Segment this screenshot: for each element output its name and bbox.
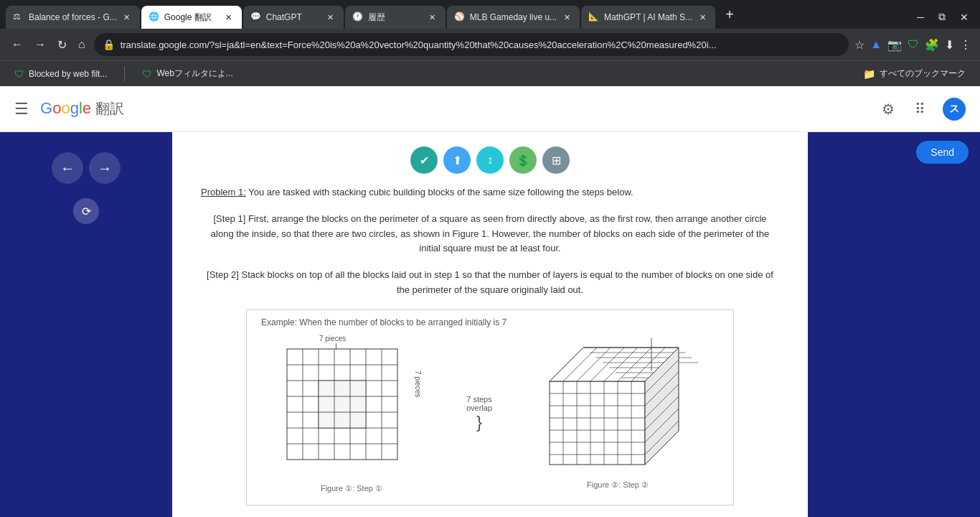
fig1-caption: Figure ①: Step ① bbox=[280, 484, 423, 493]
figure1-diagram: 7 pieces 7 pieces bbox=[280, 335, 423, 478]
logo-letter-o1: o bbox=[52, 99, 61, 117]
icon-circle-2[interactable]: ⬆ bbox=[443, 146, 471, 174]
home-button[interactable]: ⌂ bbox=[75, 35, 88, 54]
reload-button[interactable]: ↻ bbox=[55, 35, 70, 55]
left-sidebar: ← → ⟳ bbox=[0, 132, 172, 517]
tab-favicon-4: 🕐 bbox=[352, 11, 364, 23]
pieces-label: 7 pieces bbox=[319, 335, 346, 343]
tab-close-2[interactable]: ✕ bbox=[223, 11, 235, 23]
figure2-3d-svg bbox=[535, 338, 700, 475]
tab-title-2: Google 翻訳 bbox=[164, 11, 219, 24]
window-controls: ─ ⧉ ✕ bbox=[911, 8, 974, 29]
bookmark-web-filter-jp[interactable]: 🛡 Webフィルタによ... bbox=[136, 65, 238, 83]
google-translate-logo[interactable]: Google 翻訳 bbox=[40, 99, 124, 118]
bookmark-label-1: Blocked by web filt... bbox=[29, 69, 107, 79]
apps-grid-icon[interactable]: ⠿ bbox=[915, 101, 925, 118]
back-button[interactable]: ← bbox=[9, 35, 26, 54]
example-title: Example: When the number of blocks to be… bbox=[261, 317, 719, 327]
tab-close-3[interactable]: ✕ bbox=[325, 11, 336, 23]
figures-row: 7 pieces 7 pieces bbox=[261, 335, 719, 493]
tab-bar: ⚖ Balance of forces - G... ✕ 🌐 Google 翻訳… bbox=[0, 0, 980, 29]
shield-bookmark-icon-2: 🛡 bbox=[142, 68, 152, 80]
step1-text: [Step 1] First, arrange the blocks on th… bbox=[201, 212, 779, 256]
logo-letter-o2: o bbox=[61, 99, 70, 117]
new-tab-button[interactable]: + bbox=[720, 4, 740, 24]
tab-title-5: MLB Gameday live u... bbox=[470, 12, 557, 22]
restore-button[interactable]: ⧉ bbox=[933, 8, 951, 26]
steps-overlap-label: 7 stepsoverlap bbox=[466, 395, 492, 412]
address-bar-icons: ☆ ▲ 📷 🛡 🧩 ⬇ ⋮ bbox=[854, 38, 971, 52]
bookmark-folder-all[interactable]: 📁 すべてのブックマーク bbox=[857, 65, 971, 83]
bookmark-web-filter[interactable]: 🛡 Blocked by web filt... bbox=[9, 65, 113, 83]
tab-close-1[interactable]: ✕ bbox=[121, 11, 133, 23]
icon-circle-5[interactable]: ⊞ bbox=[542, 146, 570, 174]
shield-icon[interactable]: 🛡 bbox=[908, 38, 919, 51]
icon-circle-1[interactable]: ✔ bbox=[410, 146, 438, 174]
sidebar-chat-icon-1[interactable]: ⟳ bbox=[73, 198, 99, 224]
next-button[interactable]: → bbox=[89, 152, 121, 184]
downloads-icon[interactable]: ⬇ bbox=[945, 38, 954, 52]
icon-circle-4[interactable]: 💲 bbox=[509, 146, 537, 174]
bookmarks-divider bbox=[124, 67, 125, 81]
logo-letter-g: G bbox=[40, 99, 52, 117]
minimize-button[interactable]: ─ bbox=[911, 9, 930, 26]
right-sidebar: Send bbox=[808, 132, 980, 517]
secure-icon: 🔒 bbox=[103, 39, 115, 50]
logo-letter-g2: g bbox=[70, 99, 79, 117]
problem-header: Problem 1: You are tasked with stacking … bbox=[201, 185, 779, 200]
chrome-menu-icon[interactable]: ⋮ bbox=[960, 38, 971, 52]
tab-close-5[interactable]: ✕ bbox=[561, 11, 573, 23]
tab-favicon-5: ⚾ bbox=[454, 11, 466, 23]
address-bar: ← → ↻ ⌂ 🔒 translate.google.com/?sl=ja&tl… bbox=[0, 29, 980, 60]
tab-title-3: ChatGPT bbox=[266, 12, 321, 22]
shield-bookmark-icon: 🛡 bbox=[14, 68, 24, 80]
tab-favicon-6: 📐 bbox=[588, 11, 600, 23]
tab-history[interactable]: 🕐 履歴 ✕ bbox=[345, 6, 446, 29]
tab-close-4[interactable]: ✕ bbox=[427, 11, 438, 23]
tab-balance-of-forces[interactable]: ⚖ Balance of forces - G... ✕ bbox=[6, 6, 140, 29]
tab-mathgpt[interactable]: 📐 MathGPT | AI Math S... ✕ bbox=[581, 6, 715, 29]
user-avatar[interactable]: Sendス bbox=[943, 98, 966, 121]
forward-button[interactable]: → bbox=[32, 35, 49, 54]
icon-circle-3[interactable]: ↕ bbox=[476, 146, 504, 174]
tab-title-4: 履歴 bbox=[368, 11, 423, 24]
tab-title-1: Balance of forces - G... bbox=[29, 12, 117, 22]
tab-title-6: MathGPT | AI Math S... bbox=[604, 12, 692, 22]
logo-letter-e: e bbox=[83, 99, 91, 117]
tab-close-6[interactable]: ✕ bbox=[697, 11, 708, 23]
grid-svg bbox=[283, 345, 413, 478]
send-button[interactable]: Send bbox=[916, 141, 969, 164]
problem-desc: You are tasked with stacking cubic build… bbox=[248, 187, 633, 197]
logo-honyaku: 翻訳 bbox=[95, 101, 124, 116]
right-sidebar-top: Send bbox=[808, 132, 980, 172]
problem-label: Problem 1: bbox=[201, 187, 246, 197]
tab-favicon-2: 🌐 bbox=[149, 11, 160, 23]
figure1-container: 7 pieces 7 pieces bbox=[280, 335, 423, 493]
tab-favicon-3: 💬 bbox=[250, 11, 262, 23]
google-translate-header: ☰ Google 翻訳 ⚙ ⠿ Sendス bbox=[0, 86, 980, 132]
bookmarks-bar: 🛡 Blocked by web filt... 🛡 Webフィルタによ... … bbox=[0, 60, 980, 86]
main-content: ← → ⟳ ✔ ⬆ ↕ 💲 ⊞ Problem 1: bbox=[0, 132, 980, 517]
url-text: translate.google.com/?sl=ja&tl=en&text=F… bbox=[121, 39, 840, 50]
hamburger-menu-icon[interactable]: ☰ bbox=[14, 100, 29, 118]
bookmarks-folder-label: すべてのブックマーク bbox=[880, 67, 966, 80]
step2-text: [Step 2] Stack blocks on top of all the … bbox=[201, 268, 779, 298]
side-pieces-label: 7 pieces bbox=[414, 371, 422, 397]
tab-chatgpt[interactable]: 💬 ChatGPT ✕ bbox=[243, 6, 344, 29]
extensions-icon[interactable]: 🧩 bbox=[925, 38, 939, 52]
folder-icon: 📁 bbox=[863, 68, 875, 80]
settings-icon[interactable]: ⚙ bbox=[882, 101, 895, 118]
svg-rect-13 bbox=[319, 381, 366, 428]
google-account-icon[interactable]: ▲ bbox=[870, 38, 882, 51]
screenshot-icon[interactable]: 📷 bbox=[887, 38, 902, 52]
top-icon-row: ✔ ⬆ ↕ 💲 ⊞ bbox=[201, 146, 779, 174]
content-area: ✔ ⬆ ↕ 💲 ⊞ Problem 1: You are tasked with… bbox=[172, 132, 808, 517]
prev-button[interactable]: ← bbox=[52, 152, 83, 184]
bookmark-label-2: Webフィルタによ... bbox=[156, 67, 232, 80]
bookmark-star-icon[interactable]: ☆ bbox=[854, 38, 864, 52]
tab-google-translate[interactable]: 🌐 Google 翻訳 ✕ bbox=[141, 6, 242, 29]
tab-mlb[interactable]: ⚾ MLB Gameday live u... ✕ bbox=[447, 6, 580, 29]
close-window-button[interactable]: ✕ bbox=[954, 9, 974, 26]
example-box: Example: When the number of blocks to be… bbox=[246, 309, 734, 506]
url-input[interactable]: 🔒 translate.google.com/?sl=ja&tl=en&text… bbox=[94, 33, 849, 56]
